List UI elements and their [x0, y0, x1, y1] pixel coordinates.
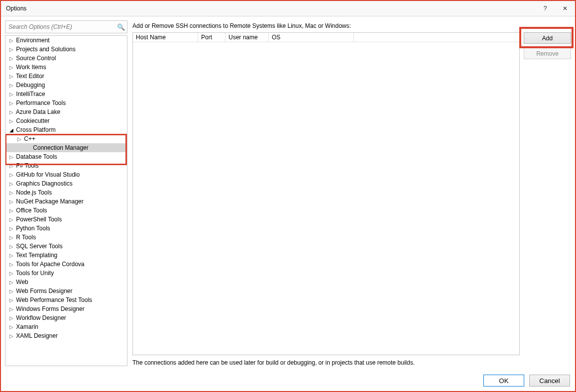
chevron-right-icon[interactable]: ▷: [16, 135, 22, 144]
tree-item[interactable]: ▷ Work Items: [5, 63, 127, 72]
tree-item[interactable]: ▷ XAML Designer: [5, 331, 127, 340]
tree-item-label: Cookiecutter: [14, 117, 50, 124]
chevron-right-icon[interactable]: ▷: [8, 215, 14, 224]
tree-item[interactable]: ▷ F# Tools: [5, 161, 127, 170]
tree-item[interactable]: ▷ PowerShell Tools: [5, 215, 127, 224]
tree-item[interactable]: ▷ Tools for Apache Cordova: [5, 260, 127, 269]
col-port[interactable]: Port: [198, 33, 226, 42]
chevron-right-icon[interactable]: ▷: [8, 99, 14, 108]
tree-item-label: Graphics Diagnostics: [14, 180, 73, 187]
window-title: Options: [6, 5, 535, 12]
chevron-right-icon[interactable]: ▷: [8, 323, 14, 332]
chevron-right-icon[interactable]: ▷: [8, 305, 14, 314]
chevron-right-icon[interactable]: ▷: [8, 224, 14, 233]
col-os[interactable]: OS: [269, 33, 354, 42]
chevron-right-icon[interactable]: ▷: [8, 153, 14, 162]
chevron-right-icon[interactable]: ▷: [8, 278, 14, 287]
chevron-right-icon[interactable]: ▷: [8, 260, 14, 269]
tree-item[interactable]: ▷ SQL Server Tools: [5, 242, 127, 251]
chevron-right-icon[interactable]: ▷: [8, 171, 14, 180]
tree-item[interactable]: ▷ IntelliTrace: [5, 90, 127, 98]
chevron-right-icon[interactable]: ▷: [8, 72, 14, 81]
chevron-right-icon[interactable]: ▷: [8, 81, 14, 90]
options-dialog: Options ? ✕ 🔍 ▷ Environment▷ Projects an…: [0, 0, 576, 392]
chevron-right-icon[interactable]: ▷: [8, 251, 14, 260]
tree-item[interactable]: ▷ Tools for Unity: [5, 269, 127, 278]
tree-item-label: Web: [14, 279, 28, 286]
tree-item[interactable]: ▷ GitHub for Visual Studio: [5, 170, 127, 179]
tree-item[interactable]: ▷ Workflow Designer: [5, 313, 127, 322]
chevron-right-icon[interactable]: ▷: [8, 314, 14, 323]
chevron-right-icon[interactable]: ▷: [8, 296, 14, 305]
cancel-button[interactable]: Cancel: [529, 375, 570, 387]
tree-item-label: Projects and Solutions: [14, 46, 76, 53]
tree-item[interactable]: ▷ Xamarin: [5, 322, 127, 331]
help-button[interactable]: ?: [535, 1, 555, 16]
tree-item-label: Azure Data Lake: [14, 108, 60, 115]
search-input[interactable]: [7, 23, 117, 31]
tree-item[interactable]: ▷ Performance Tools: [5, 98, 127, 107]
chevron-right-icon[interactable]: ▷: [8, 233, 14, 242]
tree-item[interactable]: ▷ NuGet Package Manager: [5, 197, 127, 206]
chevron-right-icon[interactable]: ▷: [8, 180, 14, 189]
ok-button[interactable]: OK: [483, 375, 524, 387]
tree-item-label: Text Templating: [14, 252, 57, 259]
chevron-right-icon[interactable]: ▷: [8, 162, 14, 171]
options-tree[interactable]: ▷ Environment▷ Projects and Solutions▷ S…: [5, 35, 127, 366]
tree-item[interactable]: ▷ Text Editor: [5, 72, 127, 81]
tree-item[interactable]: ▷ Python Tools: [5, 224, 127, 233]
tree-item[interactable]: Connection Manager: [5, 143, 127, 152]
tree-item[interactable]: ▷ Web: [5, 278, 127, 287]
connections-table[interactable]: Host Name Port User name OS: [132, 32, 520, 355]
tree-item[interactable]: ▷ Windows Forms Designer: [5, 304, 127, 313]
main-panel: Add or Remove SSH connections to Remote …: [132, 20, 571, 366]
tree-item[interactable]: ▷ C++: [5, 134, 127, 143]
tree-item[interactable]: ▷ Environment: [5, 36, 127, 45]
chevron-right-icon[interactable]: ▷: [8, 206, 14, 215]
chevron-right-icon[interactable]: ▷: [8, 332, 14, 341]
chevron-right-icon[interactable]: ▷: [8, 117, 14, 126]
tree-item[interactable]: ▷ Web Forms Designer: [5, 287, 127, 295]
tree-item[interactable]: ▷ Cookiecutter: [5, 116, 127, 125]
titlebar: Options ? ✕: [1, 1, 575, 16]
tree-item-label: Cross Platform: [14, 126, 56, 133]
search-box[interactable]: 🔍: [5, 20, 127, 33]
tree-item[interactable]: ▷ Web Performance Test Tools: [5, 295, 127, 304]
search-icon: 🔍: [117, 23, 125, 31]
chevron-right-icon[interactable]: ▷: [8, 287, 14, 296]
chevron-right-icon[interactable]: ▷: [8, 269, 14, 278]
chevron-right-icon[interactable]: ▷: [8, 189, 14, 197]
tree-item[interactable]: ▷ R Tools: [5, 233, 127, 242]
col-hostname[interactable]: Host Name: [133, 33, 198, 42]
table-header: Host Name Port User name OS: [133, 33, 519, 42]
side-buttons: Add Remove: [524, 32, 571, 355]
chevron-right-icon[interactable]: ▷: [8, 197, 14, 206]
chevron-right-icon[interactable]: ▷: [8, 90, 14, 99]
tree-item-label: F# Tools: [14, 162, 38, 169]
tree-item[interactable]: ▷ Node.js Tools: [5, 188, 127, 197]
chevron-right-icon[interactable]: ▷: [8, 54, 14, 63]
tree-item-label: IntelliTrace: [14, 91, 45, 98]
tree-item[interactable]: ▷ Projects and Solutions: [5, 45, 127, 54]
tree-item[interactable]: ▷ Azure Data Lake: [5, 107, 127, 116]
tree-item-label: PowerShell Tools: [14, 216, 62, 223]
tree-item[interactable]: ▷ Source Control: [5, 54, 127, 63]
add-button[interactable]: Add: [524, 32, 571, 44]
tree-item[interactable]: ▷ Database Tools: [5, 152, 127, 161]
remove-button[interactable]: Remove: [524, 48, 571, 59]
col-username[interactable]: User name: [226, 33, 269, 42]
tree-item[interactable]: ▷ Office Tools: [5, 206, 127, 215]
chevron-right-icon[interactable]: ▷: [8, 242, 14, 251]
tree-item-label: R Tools: [14, 234, 36, 241]
tree-item[interactable]: ◢ Cross Platform: [5, 125, 127, 134]
dialog-footer: OK Cancel: [1, 370, 575, 391]
close-button[interactable]: ✕: [555, 1, 575, 16]
tree-item[interactable]: ▷ Graphics Diagnostics: [5, 179, 127, 188]
chevron-right-icon[interactable]: ▷: [8, 108, 14, 117]
chevron-right-icon[interactable]: ▷: [8, 63, 14, 72]
chevron-right-icon[interactable]: ▷: [8, 45, 14, 54]
tree-item[interactable]: ▷ Text Templating: [5, 251, 127, 260]
chevron-down-icon[interactable]: ◢: [8, 126, 14, 135]
chevron-right-icon[interactable]: ▷: [8, 36, 14, 45]
tree-item[interactable]: ▷ Debugging: [5, 81, 127, 90]
